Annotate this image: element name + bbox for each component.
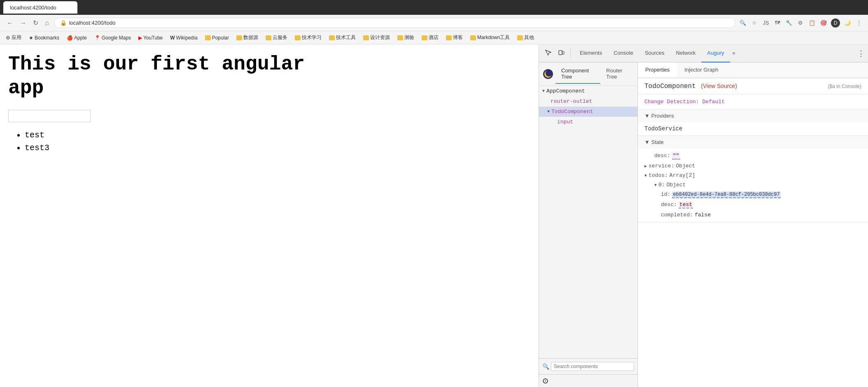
url-bar[interactable]: 🔒 localhost:4200/todo [54, 18, 735, 28]
toolbar-icons: 🔍 ☆ JS 🗺 🔧 ⚙ 📋 🎯 D 🌙 ⋮ [739, 19, 863, 28]
state-header[interactable]: ▼ State [638, 136, 868, 148]
tab-sources[interactable]: Sources [639, 44, 670, 63]
star-bookmark-icon: ★ [29, 35, 33, 41]
props-tab-injector[interactable]: Injector Graph [677, 63, 726, 78]
ext3-icon[interactable]: 🔧 [785, 19, 793, 27]
bookmark-datasource[interactable]: 数据源 [234, 33, 261, 42]
toolbar-separator [570, 49, 571, 58]
tab-elements[interactable]: Elements [574, 44, 608, 63]
cloud-label: 云服务 [273, 34, 287, 41]
user-icon[interactable]: D [831, 19, 840, 28]
bookmark-apps[interactable]: ⚙ 应用 [3, 33, 24, 42]
state-item0-row[interactable]: ▼ 0: Object [644, 180, 861, 190]
bookmark-design[interactable]: 设计资源 [361, 33, 392, 42]
expand-arrow-todo: ▼ [547, 109, 550, 114]
tree-tab-router[interactable]: Router Tree [600, 64, 636, 84]
bookmark-youtube[interactable]: ▶ YouTube [136, 34, 165, 42]
bookmark-blog[interactable]: 博客 [443, 33, 465, 42]
providers-header[interactable]: ▼ Providers [638, 109, 868, 122]
bookmark-techlearn[interactable]: 技术学习 [292, 33, 324, 42]
wikipedia-label: Wikipedia [176, 35, 198, 41]
change-detection-row: Change Detection: Default [638, 95, 868, 109]
device-button[interactable] [555, 48, 567, 59]
bookmark-test[interactable]: 测验 [395, 33, 417, 42]
tab-augury[interactable]: Augury [701, 44, 730, 63]
bookmark-other[interactable]: 其他 [515, 33, 537, 42]
props-view-source[interactable]: (View Source) [701, 83, 737, 89]
tree-label-router-outlet: router-outlet [551, 98, 592, 104]
reload-button[interactable]: ↻ [31, 17, 40, 28]
props-console-ref: ($a in Console) [828, 83, 861, 89]
tree-tab-component[interactable]: Component Tree [555, 64, 600, 84]
tree-item-router-outlet[interactable]: router-outlet [539, 96, 637, 107]
menu-icon[interactable]: ⋮ [855, 19, 863, 27]
tree-item-appcomponent[interactable]: ▼ AppComponent [539, 86, 637, 96]
back-button[interactable]: ← [5, 18, 15, 28]
bookmark-popular[interactable]: Popular [203, 34, 231, 42]
bookmark-bookmarks[interactable]: ★ Bookmarks [26, 34, 62, 42]
extensions-icon[interactable]: JS [762, 19, 770, 27]
bookmark-cloud[interactable]: 云服务 [263, 33, 290, 42]
state-id-row: id: eb8402ed-8e4d-7ea8-88cf-205bc038dc97 [644, 190, 861, 200]
svg-rect-0 [559, 51, 562, 55]
todos-val: Array[2] [670, 172, 695, 178]
devtools-panel: Elements Console Sources Network Augury … [539, 44, 868, 387]
bookmark-markdown[interactable]: Markdown工具 [468, 33, 512, 42]
state-service-row[interactable]: ▶ service: Object [644, 161, 861, 171]
provider-name: TodoService [638, 122, 868, 135]
search-icon-tree: 🔍 [542, 363, 549, 370]
state-completed-row: completed: false [644, 210, 861, 220]
address-bar: ← → ↻ ⌂ 🔒 localhost:4200/todo 🔍 ☆ JS 🗺 🔧… [0, 15, 868, 31]
service-val: Object [676, 163, 695, 169]
forward-button[interactable]: → [18, 18, 28, 28]
app-input[interactable] [8, 110, 91, 122]
devtools-menu-button[interactable]: ⋮ [857, 49, 865, 58]
completed-val: false [695, 212, 711, 218]
home-button[interactable]: ⌂ [43, 18, 51, 28]
item0-val: Object [667, 182, 686, 188]
cloud-folder-icon [266, 35, 271, 40]
techlearn-label: 技术学习 [302, 34, 322, 41]
main-area: This is our first angular app test test3 [0, 44, 868, 387]
popular-label: Popular [212, 35, 229, 41]
tree-label-todocomponent: TodoComponent [551, 109, 593, 115]
datasource-folder-icon [236, 35, 242, 40]
apps-label: 应用 [12, 34, 21, 41]
bookmark-wikipedia[interactable]: W Wikipedia [168, 34, 200, 42]
tree-item-input[interactable]: input [539, 117, 637, 127]
tree-action-icon[interactable]: ⊙ [542, 377, 548, 385]
test-label: 测验 [404, 34, 414, 41]
ext2-icon[interactable]: 🗺 [773, 19, 782, 27]
tree-content: ▼ AppComponent router-outlet ▼ TodoCompo… [539, 86, 637, 358]
app-title: This is our first angular app [8, 53, 530, 100]
devtools-body: Component Tree Router Tree ▼ AppComponen… [539, 63, 868, 387]
design-folder-icon [363, 35, 369, 40]
tree-label-appcomponent: AppComponent [546, 88, 585, 94]
props-title-group: TodoComponent (View Source) [644, 82, 737, 90]
active-tab[interactable]: localhost:4200/todo [3, 1, 77, 14]
ext6-icon[interactable]: 🎯 [819, 19, 828, 27]
bookmark-hotel[interactable]: 酒店 [419, 33, 441, 42]
device-icon [558, 49, 565, 56]
list-item-test3: test3 [25, 143, 530, 153]
augury-logo[interactable] [541, 67, 555, 81]
bookmark-google-maps[interactable]: 📍 Google Maps [92, 34, 133, 42]
props-tab-properties[interactable]: Properties [638, 63, 677, 78]
tab-more[interactable]: » [730, 44, 738, 63]
tab-network[interactable]: Network [670, 44, 702, 63]
todos-expand-icon: ▼ [644, 174, 647, 178]
techlearn-folder-icon [295, 35, 301, 40]
tree-item-todocomponent[interactable]: ▼ TodoComponent [539, 107, 637, 117]
state-todos-row[interactable]: ▼ todos: Array[2] [644, 171, 861, 180]
search-components-input[interactable] [551, 362, 634, 371]
ext4-icon[interactable]: ⚙ [796, 19, 805, 27]
inspector-button[interactable] [542, 48, 554, 59]
bookmark-apple[interactable]: 🍎 Apple [64, 34, 89, 42]
bookmark-techtools[interactable]: 技术工具 [327, 33, 358, 42]
ext5-icon[interactable]: 📋 [808, 19, 816, 27]
tab-console[interactable]: Console [608, 44, 639, 63]
search-icon[interactable]: 🔍 [739, 19, 747, 27]
techtools-label: 技术工具 [336, 34, 356, 41]
other-folder-icon [517, 35, 523, 40]
star-icon[interactable]: ☆ [750, 19, 758, 27]
